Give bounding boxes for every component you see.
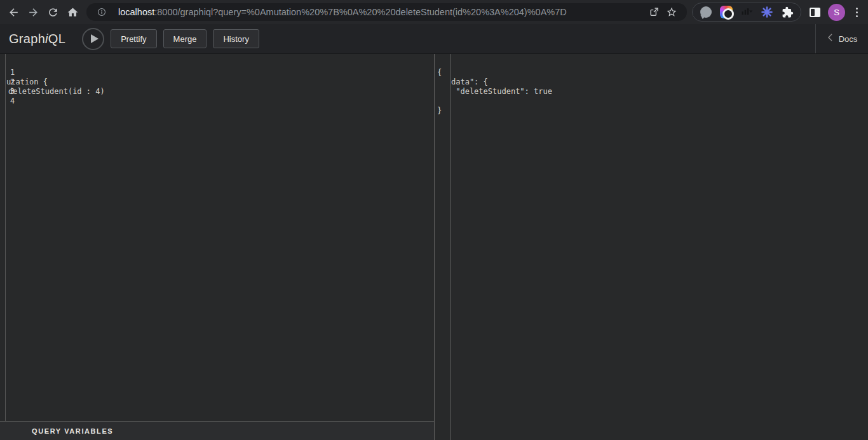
history-button[interactable]: History: [213, 29, 259, 48]
side-panel-button[interactable]: [805, 3, 824, 22]
query-code-line: utation {: [6, 77, 48, 87]
execute-query-button[interactable]: [82, 28, 104, 50]
result-json-line: {: [437, 68, 442, 77]
share-icon: [648, 6, 660, 18]
starburst-icon: [761, 6, 773, 18]
result-json-line: }: [437, 106, 442, 116]
browser-menu-button[interactable]: [849, 3, 864, 21]
merge-button[interactable]: Merge: [163, 29, 207, 48]
forward-arrow-icon: [27, 6, 39, 18]
extension-burst-button[interactable]: [759, 4, 775, 20]
bookmark-button[interactable]: [663, 3, 681, 21]
graphiql-toolbar: GraphiQL Prettify Merge History Docs: [0, 24, 868, 54]
result-panel: { data": { "deleteStudent": true }: [435, 54, 868, 440]
line-number: 4: [10, 97, 15, 106]
play-icon: [91, 34, 98, 43]
prettify-button[interactable]: Prettify: [111, 29, 156, 48]
camera-icon: [720, 6, 733, 18]
result-json-line: "deleteStudent": true: [451, 87, 552, 97]
query-code-line: deleteStudent(id : 4): [8, 87, 105, 97]
query-variables-bar[interactable]: QUERY VARIABLES: [0, 421, 434, 440]
address-bar[interactable]: localhost:8000/graphiql?query=%0Amutatio…: [86, 3, 687, 21]
extensions-group: [692, 3, 801, 22]
home-button[interactable]: [63, 3, 83, 22]
editor-gutter-divider: [5, 54, 6, 421]
url-host: localhost: [118, 7, 154, 17]
share-button[interactable]: [645, 3, 663, 21]
extensions-menu-button[interactable]: [779, 4, 796, 20]
side-panel-icon: [810, 8, 820, 17]
query-editor[interactable]: 1 2 3 4 utation { deleteStudent(id : 4): [0, 54, 434, 421]
graphiql-workspace: 1 2 3 4 utation { deleteStudent(id : 4) …: [0, 54, 868, 440]
profile-avatar[interactable]: S: [828, 4, 845, 21]
docs-label: Docs: [839, 34, 858, 44]
puzzle-icon: [782, 6, 794, 18]
docs-toggle[interactable]: Docs: [815, 24, 868, 53]
extension-camera-button[interactable]: [718, 4, 735, 20]
signal-bars-icon: [740, 6, 753, 18]
balloon-icon: [700, 6, 712, 18]
extension-signal-button[interactable]: [738, 4, 755, 20]
extension-balloon-button[interactable]: [698, 4, 714, 20]
star-icon: [666, 6, 677, 18]
browser-toolbar: localhost:8000/graphiql?query=%0Amutatio…: [0, 0, 868, 24]
chevron-left-icon: [827, 33, 834, 44]
url-path: :8000/graphiql?query=%0Amutation%20%7B%0…: [154, 7, 567, 17]
home-icon: [67, 6, 79, 18]
line-number: 1: [10, 68, 15, 77]
forward-button[interactable]: [24, 3, 43, 22]
reload-icon: [47, 6, 59, 18]
result-gutter-divider: [450, 54, 451, 440]
avatar-letter: S: [834, 8, 839, 17]
graphiql-logo: GraphiQL: [9, 32, 65, 46]
back-button[interactable]: [4, 3, 24, 22]
back-arrow-icon: [8, 6, 20, 18]
url-text: localhost:8000/graphiql?query=%0Amutatio…: [118, 7, 645, 17]
result-json-line: data": {: [451, 77, 488, 87]
reload-button[interactable]: [43, 3, 63, 22]
site-info-icon[interactable]: [93, 3, 111, 21]
query-variables-title: QUERY VARIABLES: [32, 427, 113, 435]
